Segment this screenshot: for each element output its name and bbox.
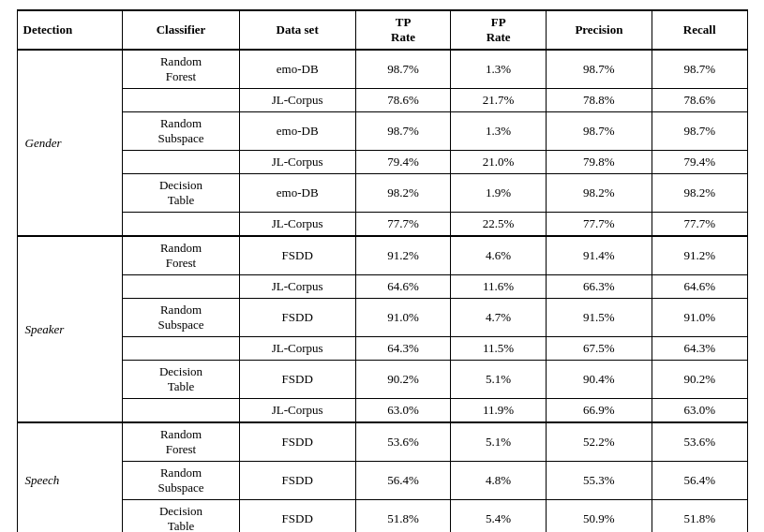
recall-cell: 91.0% — [652, 299, 747, 337]
dataset-cell: emo-DB — [239, 174, 355, 213]
table-row: JL-Corpus78.6%21.7%78.8%78.6% — [17, 89, 747, 112]
table-row: JL-Corpus77.7%22.5%77.7%77.7% — [17, 213, 747, 237]
dataset-cell: FSDD — [239, 422, 355, 462]
tp-cell: 91.0% — [355, 299, 451, 337]
header-detection: Detection — [17, 10, 123, 50]
precision-cell: 77.7% — [546, 213, 652, 237]
table-row: JL-Corpus64.3%11.5%67.5%64.3% — [17, 337, 747, 361]
dataset-cell: JL-Corpus — [239, 89, 355, 112]
dataset-cell: emo-DB — [239, 112, 355, 151]
table-row: DecisionTableemo-DB98.2%1.9%98.2%98.2% — [17, 174, 747, 213]
classifier-cell — [123, 275, 239, 299]
recall-cell: 77.7% — [652, 213, 747, 237]
dataset-cell: FSDD — [239, 462, 355, 500]
tp-cell: 98.2% — [355, 174, 451, 213]
classifier-cell — [123, 399, 239, 423]
fp-cell: 21.7% — [451, 89, 547, 112]
tp-cell: 98.7% — [355, 50, 451, 89]
classifier-cell: DecisionTable — [123, 500, 239, 533]
header-precision: Precision — [546, 10, 652, 50]
fp-cell: 5.1% — [451, 361, 547, 399]
classifier-cell: RandomSubspace — [123, 112, 239, 151]
dataset-cell: emo-DB — [239, 50, 355, 89]
fp-cell: 4.7% — [451, 299, 547, 337]
classifier-cell: RandomForest — [123, 236, 239, 275]
tp-cell: 64.3% — [355, 337, 451, 361]
table-row: JL-Corpus79.4%21.0%79.8%79.4% — [17, 151, 747, 174]
detection-cell: Gender — [17, 50, 123, 236]
precision-cell: 98.2% — [546, 174, 652, 213]
recall-cell: 78.6% — [652, 89, 747, 112]
classifier-cell: DecisionTable — [123, 174, 239, 213]
table-row: DecisionTableFSDD51.8%5.4%50.9%51.8% — [17, 500, 747, 533]
table-row: RandomSubspaceemo-DB98.7%1.3%98.7%98.7% — [17, 112, 747, 151]
precision-cell: 66.9% — [546, 399, 652, 423]
precision-cell: 98.7% — [546, 112, 652, 151]
precision-cell: 79.8% — [546, 151, 652, 174]
tp-cell: 78.6% — [355, 89, 451, 112]
table-body: GenderRandomForestemo-DB98.7%1.3%98.7%98… — [17, 50, 747, 532]
fp-cell: 11.5% — [451, 337, 547, 361]
tp-cell: 79.4% — [355, 151, 451, 174]
recall-cell: 51.8% — [652, 500, 747, 533]
fp-cell: 21.0% — [451, 151, 547, 174]
fp-cell: 11.9% — [451, 399, 547, 423]
header-classifier: Classifier — [123, 10, 239, 50]
tp-cell: 56.4% — [355, 462, 451, 500]
tp-cell: 77.7% — [355, 213, 451, 237]
table-row: SpeechRandomForestFSDD53.6%5.1%52.2%53.6… — [17, 422, 747, 462]
recall-cell: 63.0% — [652, 399, 747, 423]
fp-cell: 1.3% — [451, 50, 547, 89]
precision-cell: 98.7% — [546, 50, 652, 89]
fp-cell: 4.8% — [451, 462, 547, 500]
precision-cell: 91.4% — [546, 236, 652, 275]
table-row: RandomSubspaceFSDD56.4%4.8%55.3%56.4% — [17, 462, 747, 500]
precision-cell: 52.2% — [546, 422, 652, 462]
precision-cell: 90.4% — [546, 361, 652, 399]
classifier-cell — [123, 89, 239, 112]
precision-cell: 66.3% — [546, 275, 652, 299]
header-fp: FPRate — [451, 10, 547, 50]
dataset-cell: JL-Corpus — [239, 151, 355, 174]
dataset-cell: JL-Corpus — [239, 213, 355, 237]
table-row: SpeakerRandomForestFSDD91.2%4.6%91.4%91.… — [17, 236, 747, 275]
fp-cell: 22.5% — [451, 213, 547, 237]
classifier-cell: RandomForest — [123, 50, 239, 89]
tp-cell: 51.8% — [355, 500, 451, 533]
fp-cell: 5.1% — [451, 422, 547, 462]
dataset-cell: FSDD — [239, 299, 355, 337]
header-dataset: Data set — [239, 10, 355, 50]
classifier-cell: DecisionTable — [123, 361, 239, 399]
recall-cell: 79.4% — [652, 151, 747, 174]
precision-cell: 55.3% — [546, 462, 652, 500]
fp-cell: 1.9% — [451, 174, 547, 213]
table-row: JL-Corpus63.0%11.9%66.9%63.0% — [17, 399, 747, 423]
dataset-cell: FSDD — [239, 500, 355, 533]
recall-cell: 64.3% — [652, 337, 747, 361]
header-recall: Recall — [652, 10, 747, 50]
tp-cell: 63.0% — [355, 399, 451, 423]
dataset-cell: FSDD — [239, 236, 355, 275]
tp-cell: 91.2% — [355, 236, 451, 275]
table-row: JL-Corpus64.6%11.6%66.3%64.6% — [17, 275, 747, 299]
classifier-cell — [123, 151, 239, 174]
classifier-cell: RandomSubspace — [123, 299, 239, 337]
tp-cell: 53.6% — [355, 422, 451, 462]
classifier-cell — [123, 213, 239, 237]
recall-cell: 90.2% — [652, 361, 747, 399]
recall-cell: 53.6% — [652, 422, 747, 462]
recall-cell: 56.4% — [652, 462, 747, 500]
precision-cell: 91.5% — [546, 299, 652, 337]
table-row: RandomSubspaceFSDD91.0%4.7%91.5%91.0% — [17, 299, 747, 337]
fp-cell: 5.4% — [451, 500, 547, 533]
classifier-cell: RandomSubspace — [123, 462, 239, 500]
tp-cell: 98.7% — [355, 112, 451, 151]
precision-cell: 78.8% — [546, 89, 652, 112]
results-table: Detection Classifier Data set TPRate FPR… — [17, 9, 748, 532]
recall-cell: 91.2% — [652, 236, 747, 275]
fp-cell: 11.6% — [451, 275, 547, 299]
detection-cell: Speech — [17, 422, 123, 532]
classifier-cell: RandomForest — [123, 422, 239, 462]
table-row: GenderRandomForestemo-DB98.7%1.3%98.7%98… — [17, 50, 747, 89]
precision-cell: 50.9% — [546, 500, 652, 533]
